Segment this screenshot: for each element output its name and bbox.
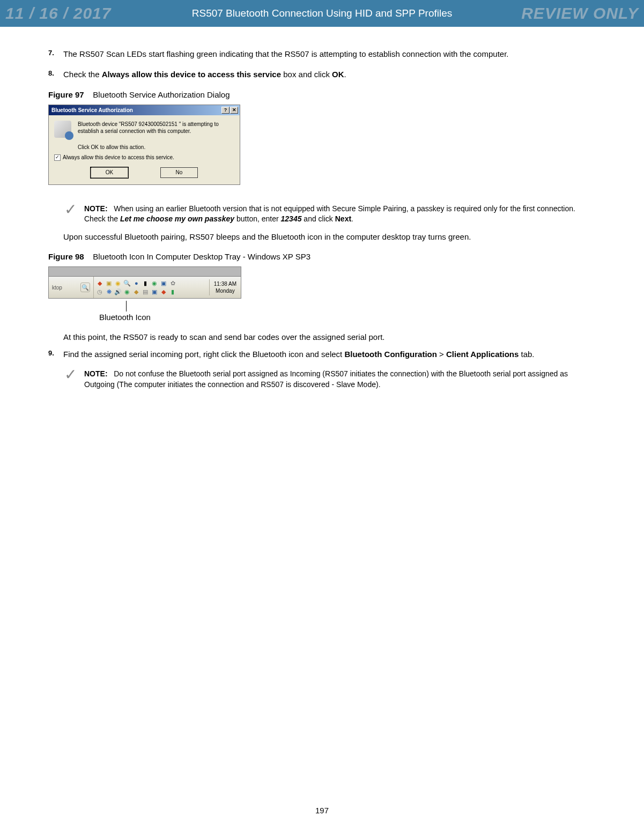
help-button[interactable]: ? [221,107,230,114]
dialog-message: Bluetooth device "RS507 9243000502151 " … [78,121,234,138]
no-button[interactable]: No [160,167,198,178]
watermark-date: 11 / 16 / 2017 [5,4,112,23]
figure-number: Figure 97 [48,90,84,99]
clock-area: 11:38 AM Monday [209,279,241,295]
bold-text: OK [332,70,344,79]
close-button[interactable]: ✕ [230,107,238,114]
tray-icon[interactable]: ✿ [169,279,177,287]
bold-text: Next [335,214,351,223]
step-7: 7. The RS507 Scan LEDs start flashing gr… [48,48,596,60]
tray-icon[interactable]: ◉ [151,279,159,287]
italic-bold-text: 12345 [281,214,302,223]
titlebar-buttons: ? ✕ [221,107,238,114]
figure-caption: Bluetooth Icon In Computer Desktop Tray … [93,252,310,261]
time-text: 11:38 AM [214,280,236,287]
bold-text: Bluetooth Configuration [344,350,436,359]
checkbox-label: Always allow this device to access this … [63,154,174,160]
dialog-message-row: Bluetooth device "RS507 9243000502151 " … [54,121,234,138]
always-allow-row: ✓ Always allow this device to access thi… [54,154,234,161]
text: Do not confuse the Bluetooth serial port… [84,369,568,389]
tray-icon[interactable]: ▮ [169,288,177,296]
dialog-title-text: Bluetooth Service Authorization [51,107,133,113]
figure-number: Figure 98 [48,252,84,261]
tray-icon[interactable]: ◆ [132,288,140,296]
taskbar: ktop 🔍 ◆ ▣ ◉ 🔍 ● ▮ ◉ ▣ ✿ ◷ ❋ [48,276,241,299]
text: . [344,70,346,79]
callout-line [126,301,127,311]
step-text: The RS507 Scan LEDs start flashing green… [63,48,596,60]
page-number: 197 [0,806,644,815]
tray-icon[interactable]: ▣ [160,279,168,287]
bluetooth-icon[interactable]: ❋ [105,288,113,296]
paragraph-ready-scan: At this point, the RS507 is ready to sca… [63,331,596,343]
tray-icon[interactable]: 🔊 [114,288,122,296]
note-1: ✓ NOTE: When using an earlier Bluetooth … [64,204,596,225]
taskbar-left: ktop 🔍 [49,277,94,298]
page-content: 7. The RS507 Scan LEDs start flashing gr… [0,27,644,390]
ok-button[interactable]: OK [91,167,128,178]
figure-caption: Bluetooth Service Authorization Dialog [93,90,230,99]
text: . [351,214,353,223]
dialog-body: Bluetooth device "RS507 9243000502151 " … [49,115,240,184]
tray-icon[interactable]: ▣ [105,279,113,287]
text: > [437,350,446,359]
note-text: NOTE: When using an earlier Bluetooth ve… [84,204,596,225]
always-allow-checkbox[interactable]: ✓ [54,154,61,161]
figure-98-label: Figure 98 Bluetooth Icon In Computer Des… [48,252,596,261]
tray-icon[interactable]: ◷ [96,288,104,296]
step-9: 9. Find the assigned serial incoming por… [48,348,596,360]
system-tray-icons: ◆ ▣ ◉ 🔍 ● ▮ ◉ ▣ ✿ ◷ ❋ 🔊 ◉ ◆ ▤ [94,278,209,297]
day-text: Monday [214,287,236,294]
tray-row-2: ◷ ❋ 🔊 ◉ ◆ ▤ ▣ ◆ ▮ [96,288,207,296]
note-text: NOTE: Do not confuse the Bluetooth seria… [84,369,596,390]
note-2: ✓ NOTE: Do not confuse the Bluetooth ser… [64,369,596,390]
page-title: RS507 Bluetooth Connection Using HID and… [192,8,452,19]
desktop-tray-figure: ktop 🔍 ◆ ▣ ◉ 🔍 ● ▮ ◉ ▣ ✿ ◷ ❋ [48,266,241,299]
tray-icon[interactable]: ● [132,279,140,287]
tray-icon[interactable]: ▮ [142,279,150,287]
note-label: NOTE: [84,369,108,378]
tray-icon[interactable]: 🔍 [123,279,131,287]
watermark-review: REVIEW ONLY [521,4,639,23]
note-label: NOTE: [84,204,108,213]
text: tab. [519,350,534,359]
bluetooth-auth-dialog: Bluetooth Service Authorization ? ✕ Blue… [48,105,240,185]
tray-icon[interactable]: ◉ [123,288,131,296]
tray-icon[interactable]: ◆ [96,279,104,287]
text: and click [301,214,335,223]
step-text: Find the assigned serial incoming port, … [63,348,596,360]
dialog-titlebar: Bluetooth Service Authorization ? ✕ [49,105,240,115]
figure-97-label: Figure 97 Bluetooth Service Authorizatio… [48,90,596,99]
search-icon[interactable]: 🔍 [80,283,90,292]
header-bar: 11 / 16 / 2017 RS507 Bluetooth Connectio… [0,0,644,27]
tray-icon[interactable]: ◆ [160,288,168,296]
bluetooth-icon-caption: Bluetooth Icon [99,313,596,322]
text: button, enter [234,214,280,223]
bold-text: Client Applications [446,350,519,359]
paragraph-pairing-success: Upon successful Bluetooth pairing, RS507… [63,231,596,243]
tray-icon[interactable]: ▣ [151,288,159,296]
dialog-instruction: Click OK to allow this action. [78,144,234,150]
step-number: 7. [48,48,63,60]
text: Find the assigned serial incoming port, … [63,350,344,359]
tray-top-bar [48,266,241,276]
bluetooth-device-icon [54,121,71,138]
bold-text: Always allow this device to access this … [102,70,281,79]
step-number: 8. [48,69,63,80]
step-number: 9. [48,348,63,360]
checkmark-icon: ✓ [64,369,77,390]
tray-icon[interactable]: ▤ [142,288,150,296]
desktop-label: ktop [52,285,64,291]
text: box and click [281,70,332,79]
tray-row-1: ◆ ▣ ◉ 🔍 ● ▮ ◉ ▣ ✿ [96,279,207,287]
tray-icon[interactable]: ◉ [114,279,122,287]
step-8: 8. Check the Always allow this device to… [48,69,596,80]
italic-bold-text: Let me choose my own passkey [120,214,234,223]
step-text: Check the Always allow this device to ac… [63,69,596,80]
text: Check the [63,70,102,79]
dialog-button-row: OK No [54,165,234,179]
checkmark-icon: ✓ [64,204,77,225]
